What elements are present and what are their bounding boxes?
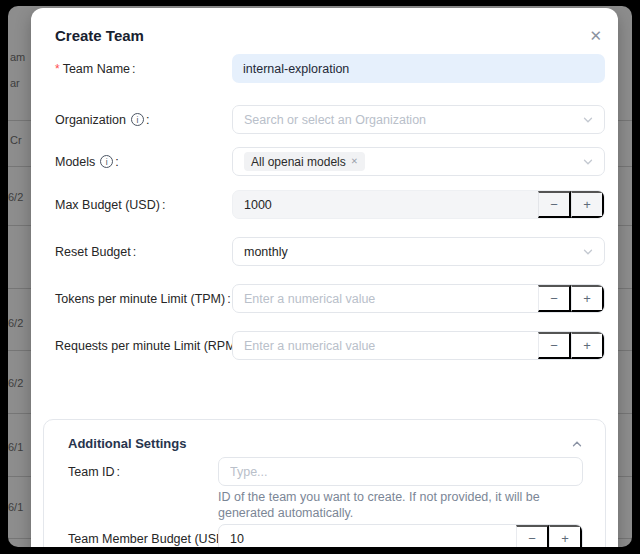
tpm-stepper: − + <box>232 284 605 313</box>
chevron-down-icon <box>582 114 594 126</box>
background-text-fragment: am <box>10 51 25 63</box>
model-tag: All openai models ✕ <box>244 152 365 171</box>
organization-row: Organization i : Search or select an Org… <box>55 105 605 134</box>
chevron-up-icon <box>571 438 583 450</box>
create-team-modal: Create Team ✕ * Team Name : Organization… <box>31 8 618 547</box>
reset-budget-select[interactable]: monthly <box>232 237 605 266</box>
max-budget-row: Max Budget (USD) : − + <box>55 190 605 219</box>
rpm-stepper: − + <box>232 331 605 360</box>
tpm-input[interactable] <box>233 285 538 312</box>
models-select[interactable]: All openai models ✕ <box>232 147 605 176</box>
team-name-input[interactable] <box>232 54 605 83</box>
info-icon[interactable]: i <box>100 155 113 168</box>
team-member-budget-stepper: − + <box>218 524 583 547</box>
increment-button[interactable]: + <box>571 191 604 218</box>
max-budget-stepper: − + <box>232 190 605 219</box>
team-member-budget-row: Team Member Budget (USD) ? : − + <box>68 524 583 547</box>
background-text-fragment: ar <box>10 77 20 89</box>
rpm-input[interactable] <box>233 332 538 359</box>
team-id-row: Team ID : <box>68 457 583 486</box>
background-text-fragment: 6/2 <box>8 317 23 329</box>
reset-budget-label: Reset Budget : <box>55 245 232 259</box>
team-id-input[interactable] <box>218 457 583 486</box>
tag-remove-icon[interactable]: ✕ <box>351 157 358 166</box>
modal-title: Create Team <box>55 25 605 46</box>
max-budget-input[interactable] <box>233 191 538 218</box>
screen: am ar Cr 6/2 6/2 6/2 6/1 6/1 Create Team… <box>0 0 640 554</box>
decrement-button[interactable]: − <box>538 332 571 359</box>
tpm-label: Tokens per minute Limit (TPM) : <box>55 292 232 306</box>
decrement-button[interactable]: − <box>538 191 571 218</box>
team-id-label: Team ID : <box>68 465 218 479</box>
decrement-button[interactable]: − <box>538 285 571 312</box>
background-text-fragment: 6/2 <box>8 191 23 203</box>
organization-label: Organization i : <box>55 113 232 127</box>
close-icon[interactable]: ✕ <box>589 25 602 46</box>
background-text-fragment: 6/1 <box>8 441 23 453</box>
modal-header: Create Team ✕ <box>55 25 605 46</box>
team-name-label: * Team Name : <box>55 62 232 76</box>
required-asterisk: * <box>55 62 60 76</box>
rpm-row: Requests per minute Limit (RPM) : − + <box>55 331 605 360</box>
background-text-fragment: 6/2 <box>8 377 23 389</box>
team-id-help-text: ID of the team you want to create. If no… <box>218 490 583 521</box>
team-name-row: * Team Name : <box>55 54 605 83</box>
modal-mask[interactable]: am ar Cr 6/2 6/2 6/2 6/1 6/1 Create Team… <box>8 6 632 547</box>
additional-settings-panel: Additional Settings Team ID : ID of the <box>43 419 606 547</box>
decrement-button[interactable]: − <box>516 525 549 547</box>
models-row: Models i : All openai models ✕ <box>55 147 605 176</box>
organization-select[interactable]: Search or select an Organization <box>232 105 605 134</box>
models-label: Models i : <box>55 155 232 169</box>
additional-settings-header[interactable]: Additional Settings <box>68 436 583 451</box>
team-member-budget-input[interactable] <box>219 525 516 547</box>
increment-button[interactable]: + <box>571 285 604 312</box>
info-icon[interactable]: i <box>131 113 144 126</box>
team-member-budget-label: Team Member Budget (USD) ? : <box>68 532 218 546</box>
background-text-fragment: 6/1 <box>8 501 23 513</box>
tpm-row: Tokens per minute Limit (TPM) : − + <box>55 284 605 313</box>
increment-button[interactable]: + <box>549 525 582 547</box>
chevron-down-icon <box>582 246 594 258</box>
background-text-fragment: Cr <box>10 134 22 146</box>
reset-budget-row: Reset Budget : monthly <box>55 237 605 266</box>
chevron-down-icon <box>582 156 594 168</box>
increment-button[interactable]: + <box>571 332 604 359</box>
additional-settings-title: Additional Settings <box>68 436 186 451</box>
rpm-label: Requests per minute Limit (RPM) : <box>55 339 232 353</box>
max-budget-label: Max Budget (USD) : <box>55 198 232 212</box>
